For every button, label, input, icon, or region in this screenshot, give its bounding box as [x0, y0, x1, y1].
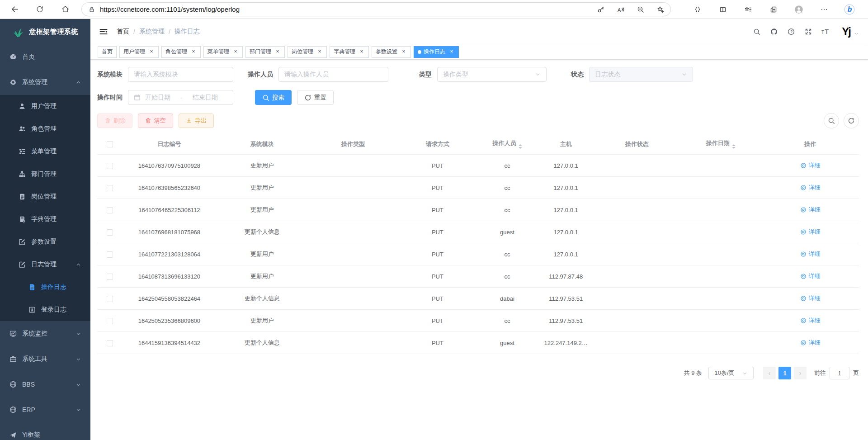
detail-link[interactable]: 详细: [800, 184, 821, 192]
tab-oper-log[interactable]: 操作日志×: [414, 46, 459, 58]
close-tab-icon[interactable]: ×: [359, 49, 365, 55]
key-icon[interactable]: [594, 3, 607, 16]
sidebar-item-home[interactable]: 首页: [0, 44, 90, 70]
detail-link[interactable]: 详细: [800, 228, 821, 236]
detail-link[interactable]: 详细: [800, 272, 821, 280]
row-checkbox[interactable]: [107, 207, 113, 213]
read-aloud-icon[interactable]: A: [614, 3, 627, 16]
sidebar-item-role-mgmt[interactable]: 角色管理: [0, 118, 90, 140]
favorite-add-icon[interactable]: [654, 3, 667, 16]
copilot-icon[interactable]: b: [841, 2, 858, 17]
status-select[interactable]: 日志状态: [589, 67, 693, 82]
row-checkbox[interactable]: [107, 251, 113, 258]
refresh-icon[interactable]: [30, 2, 50, 17]
breadcrumb-home[interactable]: 首页: [117, 28, 129, 36]
sidebar-item-yi-framework[interactable]: Yi框架: [0, 422, 90, 440]
zoom-out-icon[interactable]: [634, 3, 647, 16]
close-tab-icon[interactable]: ×: [148, 49, 155, 55]
close-tab-icon[interactable]: ×: [190, 49, 197, 55]
search-button[interactable]: 搜索: [255, 90, 292, 105]
github-icon[interactable]: [768, 25, 780, 38]
page-size-select[interactable]: 10条/页: [708, 367, 754, 379]
tab-post-mgmt[interactable]: 岗位管理×: [288, 46, 327, 58]
detail-link[interactable]: 详细: [800, 339, 821, 347]
sidebar-item-user-mgmt[interactable]: 用户管理: [0, 95, 90, 118]
date-range-input[interactable]: 开始日期 - 结束日期: [128, 90, 233, 105]
delete-button[interactable]: 删除: [97, 114, 132, 128]
sidebar-item-system-tools[interactable]: 系统工具: [0, 346, 90, 372]
sidebar-item-login-log[interactable]: 登录日志: [0, 298, 90, 321]
row-checkbox[interactable]: [107, 185, 113, 191]
close-tab-icon[interactable]: ×: [401, 49, 407, 55]
column-header[interactable]: 操作日期: [680, 134, 761, 155]
favorites-icon[interactable]: [740, 2, 757, 17]
detail-link[interactable]: 详细: [800, 206, 821, 214]
type-select[interactable]: 操作类型: [437, 67, 547, 82]
row-checkbox[interactable]: [107, 163, 113, 169]
detail-link[interactable]: 详细: [800, 294, 821, 303]
extensions-icon[interactable]: [689, 2, 706, 17]
back-icon[interactable]: [5, 2, 24, 17]
sidebar-item-oper-log[interactable]: 操作日志: [0, 276, 90, 298]
home-icon[interactable]: [55, 2, 75, 17]
sidebar-item-log-mgmt[interactable]: 日志管理: [0, 253, 90, 276]
detail-link[interactable]: 详细: [800, 250, 821, 258]
url-text[interactable]: https://ccnetcore.com:1101/system/log/op…: [100, 5, 594, 13]
select-all-checkbox[interactable]: [107, 141, 113, 147]
search-icon[interactable]: [750, 25, 763, 38]
current-page-button[interactable]: 1: [778, 367, 791, 379]
collections-icon[interactable]: [765, 2, 782, 17]
address-bar[interactable]: https://ccnetcore.com:1101/system/log/op…: [81, 2, 671, 16]
fullscreen-icon[interactable]: [802, 25, 815, 38]
profile-icon[interactable]: [790, 2, 807, 17]
tab-role-mgmt[interactable]: 角色管理×: [161, 46, 201, 58]
split-screen-icon[interactable]: [714, 2, 731, 17]
close-tab-icon[interactable]: ×: [316, 49, 323, 55]
sidebar-item-system-monitor[interactable]: 系统监控: [0, 321, 90, 346]
clear-button[interactable]: 清空: [138, 114, 173, 128]
prev-page-button[interactable]: ‹: [763, 367, 776, 379]
detail-link[interactable]: 详细: [800, 317, 821, 325]
sort-carets-icon[interactable]: [519, 144, 522, 149]
sort-carets-icon[interactable]: [732, 144, 736, 149]
refresh-table-button[interactable]: [844, 113, 859, 128]
module-input[interactable]: 请输入系统模块: [128, 67, 233, 82]
sidebar-item-erp[interactable]: ERP: [0, 397, 90, 422]
tab-menu-mgmt[interactable]: 菜单管理×: [203, 46, 243, 58]
hamburger-icon[interactable]: [98, 26, 109, 38]
tab-dept-mgmt[interactable]: 部门管理×: [245, 46, 285, 58]
row-checkbox[interactable]: [107, 274, 113, 280]
row-checkbox[interactable]: [107, 229, 113, 236]
column-header: 操作状态: [594, 134, 680, 155]
tab-dict-mgmt[interactable]: 字典管理×: [330, 46, 369, 58]
reset-button[interactable]: 重置: [297, 90, 334, 105]
close-tab-icon[interactable]: ×: [274, 49, 281, 55]
more-icon[interactable]: [816, 2, 833, 17]
detail-link[interactable]: 详细: [800, 161, 821, 170]
close-tab-icon[interactable]: ×: [448, 49, 455, 55]
tab-user-mgmt[interactable]: 用户管理×: [119, 46, 159, 58]
help-icon[interactable]: ?: [785, 25, 797, 38]
sidebar-item-post-mgmt[interactable]: 岗位管理: [0, 185, 90, 208]
tab-param-settings[interactable]: 参数设置×: [372, 46, 411, 58]
next-page-button[interactable]: ›: [794, 367, 807, 379]
sidebar-item-param-settings[interactable]: 参数设置: [0, 231, 90, 253]
user-avatar[interactable]: Yj: [842, 26, 859, 37]
font-size-icon[interactable]: TT: [819, 25, 832, 38]
column-header[interactable]: 操作人员: [477, 134, 538, 155]
sidebar-item-dept-mgmt[interactable]: 部门管理: [0, 163, 90, 185]
breadcrumb-system[interactable]: 系统管理: [139, 28, 165, 36]
goto-page-input[interactable]: [830, 367, 849, 379]
show-search-button[interactable]: [824, 113, 839, 128]
row-checkbox[interactable]: [107, 340, 113, 346]
sidebar-item-dict-mgmt[interactable]: 字典管理: [0, 208, 90, 231]
sidebar-item-bbs[interactable]: BBS: [0, 372, 90, 397]
operator-input[interactable]: 请输入操作人员: [278, 67, 388, 82]
sidebar-item-system-mgmt[interactable]: 系统管理: [0, 70, 90, 95]
export-button[interactable]: 导出: [179, 114, 214, 128]
sidebar-item-menu-mgmt[interactable]: 菜单管理: [0, 140, 90, 163]
row-checkbox[interactable]: [107, 318, 113, 324]
close-tab-icon[interactable]: ×: [232, 49, 239, 55]
row-checkbox[interactable]: [107, 296, 113, 302]
tab-home[interactable]: 首页: [98, 46, 117, 58]
